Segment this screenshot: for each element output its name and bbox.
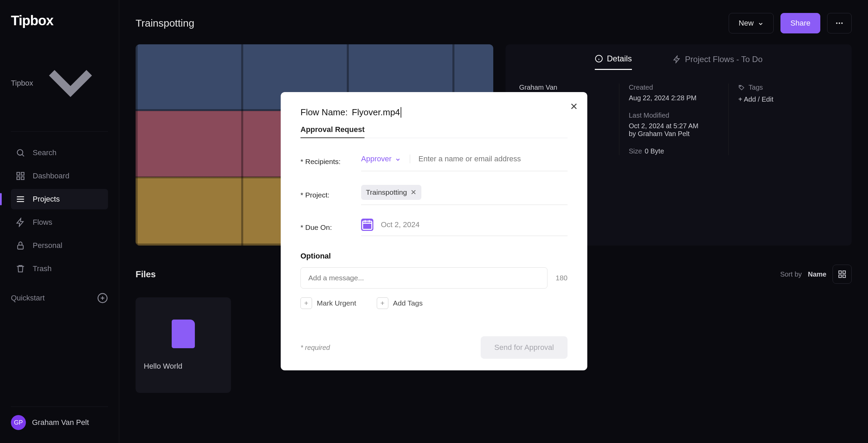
calendar-icon[interactable] xyxy=(361,219,373,231)
mark-urgent-button[interactable]: + Mark Urgent xyxy=(300,297,356,309)
modal-title: Flow Name: Flyover.mp4 xyxy=(300,107,568,118)
add-tags-label: Add Tags xyxy=(393,299,423,307)
close-icon[interactable]: ✕ xyxy=(570,101,578,112)
chevron-down-icon xyxy=(395,156,401,162)
plus-icon: + xyxy=(300,297,312,309)
recipients-row: * Recipients: Approver xyxy=(300,152,568,171)
approver-dropdown[interactable]: Approver xyxy=(361,154,410,163)
recipients-label: * Recipients: xyxy=(300,158,352,166)
add-tags-button[interactable]: + Add Tags xyxy=(377,297,423,309)
recipients-input[interactable] xyxy=(418,152,568,166)
flow-modal: ✕ Flow Name: Flyover.mp4 Approval Reques… xyxy=(281,92,587,370)
approver-label: Approver xyxy=(361,154,391,163)
flow-name-label: Flow Name: xyxy=(300,107,348,118)
project-row: * Project: Trainspotting ✕ xyxy=(300,185,568,205)
chip-remove-icon[interactable]: ✕ xyxy=(410,188,417,196)
flow-name-value[interactable]: Flyover.mp4 xyxy=(352,107,402,118)
optional-heading: Optional xyxy=(300,252,568,261)
optional-actions: + Mark Urgent + Add Tags xyxy=(300,297,568,309)
modal-footer: * required Send for Approval xyxy=(300,336,568,359)
svg-rect-17 xyxy=(363,221,372,230)
due-value[interactable]: Oct 2, 2024 xyxy=(381,220,420,229)
message-input[interactable] xyxy=(300,267,547,289)
mark-urgent-label: Mark Urgent xyxy=(317,299,356,307)
project-chip: Trainspotting ✕ xyxy=(361,185,421,200)
project-label: * Project: xyxy=(300,191,352,199)
required-note: * required xyxy=(300,344,330,352)
modal-backdrop: ✕ Flow Name: Flyover.mp4 Approval Reques… xyxy=(0,0,868,443)
modal-tab-approval[interactable]: Approval Request xyxy=(300,125,365,138)
plus-icon: + xyxy=(377,297,388,309)
message-row: 180 xyxy=(300,267,568,289)
char-counter: 180 xyxy=(556,274,568,282)
send-for-approval-button[interactable]: Send for Approval xyxy=(481,336,568,359)
project-chip-label: Trainspotting xyxy=(366,188,407,196)
due-row: * Due On: Oct 2, 2024 xyxy=(300,219,568,236)
due-label: * Due On: xyxy=(300,223,352,232)
